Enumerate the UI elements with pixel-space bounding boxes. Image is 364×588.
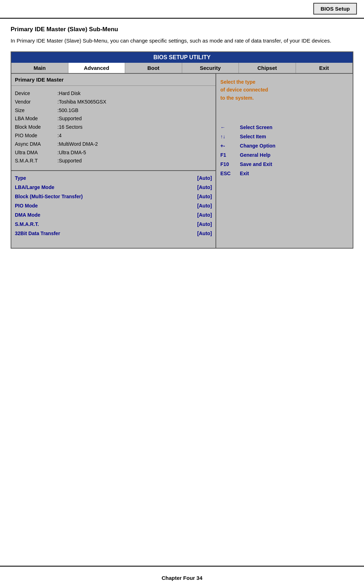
setting-name-smart: S.M.A.R.T. <box>15 220 39 229</box>
device-label-pio: PIO Mode <box>15 132 57 140</box>
bottom-border <box>0 566 364 567</box>
device-row-ultra: Ultra DMA :Ultra DMA-5 <box>15 149 212 157</box>
device-row-smart: S.M.A.R.T :Supported <box>15 157 212 165</box>
device-label-device: Device <box>15 89 57 98</box>
keybind-esc: ESC Exit <box>220 169 348 178</box>
setting-name-32bit: 32Bit Data Transfer <box>15 229 60 238</box>
keybind-f10: F10 Save and Exit <box>220 160 348 169</box>
device-value-pio: :4 <box>57 132 62 140</box>
setting-type[interactable]: Type [Auto] <box>15 174 212 183</box>
key-plus-minus: +- <box>220 142 240 151</box>
setting-value-smart: [Auto] <box>197 220 212 229</box>
action-change-option: Change Option <box>240 142 275 151</box>
settings-area: Type [Auto] LBA/Large Mode [Auto] Block … <box>11 171 215 241</box>
device-label-block: Block Mode <box>15 123 57 132</box>
setting-value-lba-large: [Auto] <box>197 183 212 192</box>
device-row-lba: LBA Mode :Supported <box>15 115 212 123</box>
setting-value-block-multi: [Auto] <box>197 192 212 201</box>
device-value-async: :MultiWord DMA-2 <box>57 140 98 149</box>
bios-nav-row: Main Advanced Boot Security Chipset Exit <box>11 63 353 73</box>
nav-chipset[interactable]: Chipset <box>239 63 296 73</box>
device-label-smart: S.M.A.R.T <box>15 157 57 165</box>
device-label-async: Async DMA <box>15 140 57 149</box>
device-label-lba: LBA Mode <box>15 115 57 123</box>
setting-name-type: Type <box>15 174 26 183</box>
key-esc: ESC <box>220 169 240 178</box>
setting-lba-large[interactable]: LBA/Large Mode [Auto] <box>15 183 212 192</box>
setting-name-lba-large: LBA/Large Mode <box>15 183 54 192</box>
device-value-vendor: :Toshiba MK5065GSX <box>57 98 106 106</box>
device-value-lba: :Supported <box>57 115 82 123</box>
bios-utility-title: BIOS SETUP UTILITY <box>11 52 353 63</box>
device-value-device: :Hard Disk <box>57 89 80 98</box>
ide-master-header: Primary IDE Master <box>11 74 215 86</box>
device-info-block: Device :Hard Disk Vendor :Toshiba MK5065… <box>11 86 215 171</box>
device-value-smart: :Supported <box>57 157 82 165</box>
device-label-ultra: Ultra DMA <box>15 149 57 157</box>
setting-value-pio-mode: [Auto] <box>197 201 212 211</box>
device-row-size: Size :500.1GB <box>15 106 212 115</box>
keybind-f1: F1 General Help <box>220 151 348 160</box>
setting-value-dma-mode: [Auto] <box>197 211 212 220</box>
device-value-block: :16 Sectors <box>57 123 83 132</box>
key-f10: F10 <box>220 160 240 169</box>
chapter-label: Chapter Four 34 <box>0 575 364 581</box>
content-area: Primary IDE Master (Slave) Sub-Menu In P… <box>0 19 364 263</box>
nav-exit[interactable]: Exit <box>296 63 353 73</box>
setting-name-dma-mode: DMA Mode <box>15 211 40 220</box>
left-panel-bottom <box>11 241 215 248</box>
section-description: In Primary IDE Master (Slave) Sub-Menu, … <box>11 37 353 45</box>
nav-boot[interactable]: Boot <box>125 63 182 73</box>
setting-pio-mode[interactable]: PIO Mode [Auto] <box>15 201 212 211</box>
device-row-block: Block Mode :16 Sectors <box>15 123 212 132</box>
setting-block-multi[interactable]: Block (Multi-Sector Transfer) [Auto] <box>15 192 212 201</box>
setting-smart[interactable]: S.M.A.R.T. [Auto] <box>15 220 212 229</box>
help-text: Select the typeof device connectedto the… <box>220 78 348 102</box>
key-left-arrow: ← <box>220 123 240 132</box>
keybind-up-down: ↑↓ Select Item <box>220 132 348 142</box>
left-panel: Primary IDE Master Device :Hard Disk Ven… <box>11 74 216 248</box>
nav-security[interactable]: Security <box>182 63 239 73</box>
action-save-exit: Save and Exit <box>240 160 272 169</box>
setting-32bit[interactable]: 32Bit Data Transfer [Auto] <box>15 229 212 238</box>
setting-dma-mode[interactable]: DMA Mode [Auto] <box>15 211 212 220</box>
setting-name-block-multi: Block (Multi-Sector Transfer) <box>15 192 83 201</box>
device-label-vendor: Vendor <box>15 98 57 106</box>
keybind-left-arrow: ← Select Screen <box>220 123 348 132</box>
action-general-help: General Help <box>240 151 270 160</box>
key-f1: F1 <box>220 151 240 160</box>
keybind-plus-minus: +- Change Option <box>220 142 348 151</box>
device-row-pio: PIO Mode :4 <box>15 132 212 140</box>
device-value-size: :500.1GB <box>57 106 78 115</box>
section-title: Primary IDE Master (Slave) Sub-Menu <box>11 26 353 33</box>
device-label-size: Size <box>15 106 57 115</box>
key-up-down: ↑↓ <box>220 132 240 142</box>
keybind-area: ← Select Screen ↑↓ Select Item +- Change… <box>220 123 348 178</box>
device-row-async: Async DMA :MultiWord DMA-2 <box>15 140 212 149</box>
nav-main[interactable]: Main <box>11 63 68 73</box>
device-row-vendor: Vendor :Toshiba MK5065GSX <box>15 98 212 106</box>
action-select-item: Select Item <box>240 132 266 142</box>
bios-table: BIOS SETUP UTILITY Main Advanced Boot Se… <box>11 51 353 249</box>
action-select-screen: Select Screen <box>240 123 273 132</box>
bios-setup-label: BIOS Setup <box>313 3 357 15</box>
bios-body: Primary IDE Master Device :Hard Disk Ven… <box>11 73 353 248</box>
nav-advanced[interactable]: Advanced <box>68 63 125 73</box>
device-row-device: Device :Hard Disk <box>15 89 212 98</box>
setting-name-pio-mode: PIO Mode <box>15 201 38 211</box>
setting-value-type: [Auto] <box>197 174 212 183</box>
setting-value-32bit: [Auto] <box>197 229 212 238</box>
action-exit: Exit <box>240 169 249 178</box>
device-value-ultra: :Ultra DMA-5 <box>57 149 86 157</box>
right-panel: Select the typeof device connectedto the… <box>216 74 353 248</box>
